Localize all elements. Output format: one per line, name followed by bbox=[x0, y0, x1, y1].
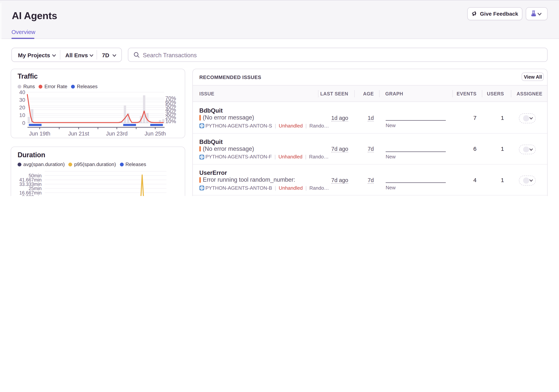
svg-text:Jun 25th: Jun 25th bbox=[145, 130, 166, 137]
svg-text:10: 10 bbox=[19, 112, 25, 118]
svg-text:Jun 23rd: Jun 23rd bbox=[106, 130, 128, 137]
svg-text:10%: 10% bbox=[165, 118, 176, 124]
svg-text:30: 30 bbox=[19, 97, 25, 103]
svg-text:Jun 21st: Jun 21st bbox=[68, 130, 89, 137]
svg-text:20: 20 bbox=[19, 105, 25, 110]
svg-text:0: 0 bbox=[22, 120, 25, 126]
svg-text:8.333min: 8.333min bbox=[22, 194, 42, 196]
svg-text:40: 40 bbox=[19, 89, 25, 95]
svg-text:Jun 19th: Jun 19th bbox=[29, 130, 50, 137]
